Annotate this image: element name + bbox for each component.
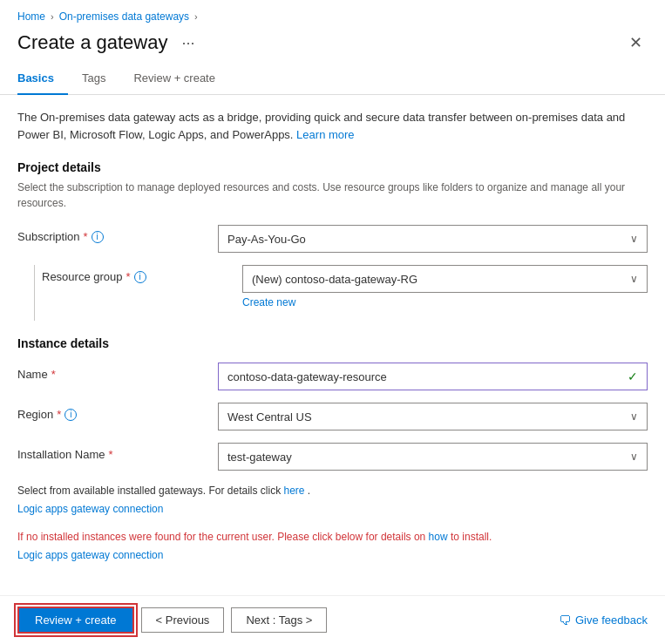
ellipsis-button[interactable]: ··· xyxy=(176,32,200,54)
help-text-1: Select from available installed gateways… xyxy=(17,483,648,517)
region-row: Region * i West Central US ∨ xyxy=(17,403,648,430)
region-info-icon[interactable]: i xyxy=(64,409,77,421)
region-chevron-icon: ∨ xyxy=(630,410,638,423)
installation-name-control: test-gateway ∨ xyxy=(218,443,648,471)
create-new-link[interactable]: Create new xyxy=(242,296,648,308)
indent-spacer xyxy=(17,265,42,321)
footer: Review + create < Previous Next : Tags >… xyxy=(0,595,665,644)
here-link[interactable]: here xyxy=(283,485,304,497)
tab-tags[interactable]: Tags xyxy=(68,64,119,95)
close-button[interactable]: ✕ xyxy=(624,31,648,54)
main-content: The On-premises data gateway acts as a b… xyxy=(0,109,665,563)
resource-group-info-icon[interactable]: i xyxy=(134,271,146,283)
breadcrumb-sep1: › xyxy=(51,11,54,22)
description-text: The On-premises data gateway acts as a b… xyxy=(17,109,648,143)
subscription-label: Subscription * i xyxy=(17,225,218,243)
gateway-link-2[interactable]: Logic apps gateway connection xyxy=(17,547,648,563)
installation-name-required: * xyxy=(108,448,112,461)
installation-name-label: Installation Name * xyxy=(17,443,218,461)
resource-group-required: * xyxy=(126,270,131,283)
project-details-desc: Select the subscription to manage deploy… xyxy=(17,180,648,211)
name-input[interactable]: contoso-data-gateway-resource ✓ xyxy=(218,363,648,390)
breadcrumb: Home › On-premises data gateways › xyxy=(0,0,665,28)
tab-review-create[interactable]: Review + create xyxy=(119,64,229,95)
how-link[interactable]: how xyxy=(429,531,448,543)
region-control: West Central US ∨ xyxy=(218,403,648,430)
breadcrumb-home[interactable]: Home xyxy=(17,10,45,23)
previous-button[interactable]: < Previous xyxy=(141,607,225,633)
region-label: Region * i xyxy=(17,403,218,421)
page-title: Create a gateway xyxy=(17,31,167,54)
resource-group-select[interactable]: (New) contoso-data-gateway-RG ∨ xyxy=(242,265,648,293)
page-header: Create a gateway ··· ✕ xyxy=(0,28,665,64)
resource-group-row: Resource group * i (New) contoso-data-ga… xyxy=(17,265,648,321)
installation-name-select[interactable]: test-gateway ∨ xyxy=(218,443,648,471)
feedback-icon: 🗨 xyxy=(559,613,571,627)
instance-details-title: Instance details xyxy=(17,336,648,350)
project-details-section: Project details Select the subscription … xyxy=(17,160,648,321)
subscription-chevron-icon: ∨ xyxy=(630,233,638,245)
resource-group-chevron-icon: ∨ xyxy=(630,273,638,285)
name-required: * xyxy=(51,368,56,381)
region-required: * xyxy=(57,408,61,421)
subscription-info-icon[interactable]: i xyxy=(92,231,104,243)
name-control: contoso-data-gateway-resource ✓ xyxy=(218,363,648,390)
project-details-title: Project details xyxy=(17,160,648,174)
subscription-select[interactable]: Pay-As-You-Go ∨ xyxy=(218,225,648,253)
name-valid-icon: ✓ xyxy=(628,369,638,383)
region-select[interactable]: West Central US ∨ xyxy=(218,403,648,430)
subscription-required: * xyxy=(84,230,88,243)
gateway-link-1[interactable]: Logic apps gateway connection xyxy=(17,501,648,517)
resource-group-control: (New) contoso-data-gateway-RG ∨ Create n… xyxy=(242,265,648,308)
subscription-row: Subscription * i Pay-As-You-Go ∨ xyxy=(17,225,648,253)
warning-text: If no installed instances were found for… xyxy=(17,529,648,563)
instance-details-section: Instance details Name * contoso-data-gat… xyxy=(17,336,648,563)
resource-group-inner: Resource group * i (New) contoso-data-ga… xyxy=(42,265,648,321)
breadcrumb-sep2: › xyxy=(194,11,198,22)
next-button[interactable]: Next : Tags > xyxy=(231,607,327,633)
installation-name-chevron-icon: ∨ xyxy=(630,451,638,463)
installation-name-row: Installation Name * test-gateway ∨ xyxy=(17,443,648,471)
subscription-control: Pay-As-You-Go ∨ xyxy=(218,225,648,253)
name-row: Name * contoso-data-gateway-resource ✓ xyxy=(17,363,648,390)
resource-group-label: Resource group * i xyxy=(42,265,242,283)
review-create-button[interactable]: Review + create xyxy=(17,607,134,634)
name-label: Name * xyxy=(17,363,218,381)
breadcrumb-section[interactable]: On-premises data gateways xyxy=(59,10,189,23)
tabs-container: Basics Tags Review + create xyxy=(0,64,665,95)
give-feedback-button[interactable]: 🗨 Give feedback xyxy=(559,613,648,627)
tab-basics[interactable]: Basics xyxy=(17,64,68,95)
learn-more-link[interactable]: Learn more xyxy=(296,128,354,141)
